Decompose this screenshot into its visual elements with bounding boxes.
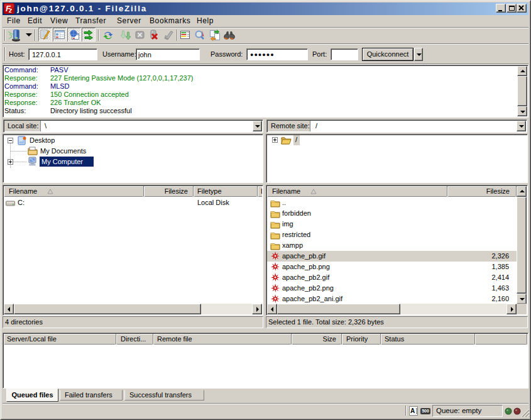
svg-text:z: z bbox=[8, 7, 12, 14]
